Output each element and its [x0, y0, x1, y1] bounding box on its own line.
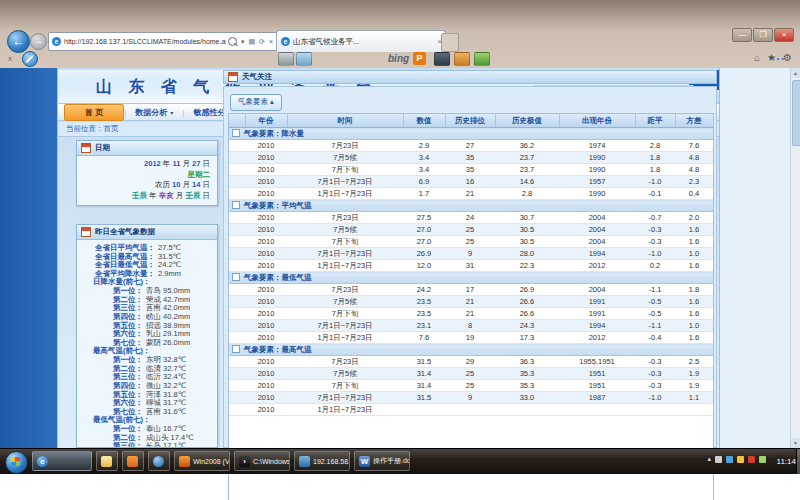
stop-icon[interactable]: ×: [269, 38, 273, 45]
taskbar-button-folder[interactable]: [96, 451, 118, 471]
table-cell: 36.2: [495, 140, 559, 152]
table-cell: 2012: [559, 260, 635, 272]
blocked-icon[interactable]: [22, 51, 38, 67]
page-scrollbar[interactable]: ▲ ▼: [790, 68, 800, 448]
column-header[interactable]: 方差: [675, 114, 713, 128]
show-desktop-button[interactable]: [796, 449, 800, 474]
date-box-title: 日期: [95, 143, 110, 153]
checkbox-icon[interactable]: [232, 345, 240, 353]
mahjong-tile-icon[interactable]: [278, 52, 294, 66]
table-row[interactable]: 20107月23日2.92736.219742.87.6: [229, 140, 713, 152]
column-header[interactable]: 年份: [245, 114, 287, 128]
table-row[interactable]: 20107月23日31.52936.31955,1951-0.32.5: [229, 356, 713, 368]
taskbar-button-label: 192.168.58.99...: [313, 458, 350, 465]
bing-search-icon[interactable]: P: [413, 52, 426, 65]
table-row[interactable]: 20107月23日24.21726.92004-1.11.8: [229, 284, 713, 296]
column-header[interactable]: 出现年份: [559, 114, 635, 128]
table-cell: 1951: [559, 380, 635, 392]
scroll-up-icon[interactable]: ▲: [791, 68, 800, 78]
refresh-icon[interactable]: ⟳: [259, 38, 265, 46]
table-row[interactable]: 20107月5候3.43523.719901.84.8: [229, 152, 713, 164]
column-header[interactable]: 历史排位: [445, 114, 495, 128]
column-header[interactable]: 数值: [403, 114, 445, 128]
rank-value[interactable]: 莒南 31.6℃: [146, 408, 186, 417]
column-header[interactable]: 距平: [635, 114, 675, 128]
table-row[interactable]: 20107月1日~7月23日23.1824.31994-1.11.0: [229, 320, 713, 332]
table-cell: 7月下旬: [287, 308, 403, 320]
table-cell: 31.5: [403, 356, 445, 368]
taskbar-button-cmd[interactable]: ›C:\Windows\s...: [234, 451, 290, 471]
weather-table-wrap: 年份时间数值历史排位历史极值出现年份距平方差气象要素：降水量20107月23日2…: [228, 113, 714, 500]
address-bar[interactable]: e http://192.168.137.1/SLCCLIMATE/module…: [48, 32, 278, 51]
date-line: 2012 年 11 月 27 日: [80, 159, 210, 170]
dropdown-arrow-icon[interactable]: ▾: [241, 38, 245, 46]
toolbar-close-icon[interactable]: x: [8, 54, 12, 63]
column-header[interactable]: 时间: [287, 114, 403, 128]
tray-icon[interactable]: [726, 456, 733, 463]
taskbar-button-rdp[interactable]: 192.168.58.99...: [294, 451, 350, 471]
table-row[interactable]: 20107月1日~7月23日26.9928.01994-1.01.0: [229, 248, 713, 260]
taskbar-clock[interactable]: 11:14: [777, 457, 796, 466]
bing-logo[interactable]: bing: [388, 53, 409, 64]
scroll-down-icon[interactable]: ▼: [791, 438, 800, 448]
element-filter-button[interactable]: 气象要素 ▴: [230, 94, 282, 111]
table-row[interactable]: 20107月下旬23.52126.61991-0.51.6: [229, 308, 713, 320]
taskbar-button-label: 操作手册.docx ...: [373, 456, 410, 466]
table-row[interactable]: 20107月下旬27.02530.52004-0.31.6: [229, 236, 713, 248]
table-cell: 2004: [559, 284, 635, 296]
table-cell: 7月23日: [287, 140, 403, 152]
table-row[interactable]: 20107月5候31.42535.31951-0.31.9: [229, 368, 713, 380]
browser-tab[interactable]: e 山东省气候业务平... ×: [276, 30, 446, 52]
table-row[interactable]: 20107月5候23.52126.61991-0.51.6: [229, 296, 713, 308]
folder-icon: [101, 456, 112, 467]
table-row[interactable]: 20107月1日~7月23日6.91614.61957-1.02.3: [229, 176, 713, 188]
tray-icon[interactable]: [715, 456, 722, 463]
table-cell: -1.0: [635, 392, 675, 404]
taskbar-button-word[interactable]: W操作手册.docx ...: [354, 451, 410, 471]
checkbox-icon[interactable]: [232, 129, 240, 137]
mail-icon[interactable]: [296, 52, 312, 66]
tray-icon[interactable]: [737, 456, 744, 463]
table-row[interactable]: 20101月1日~7月23日12.03122.320120.21.6: [229, 260, 713, 272]
compatibility-icon[interactable]: ▤: [248, 38, 255, 46]
scrollbar-thumb[interactable]: [792, 80, 800, 146]
taskbar-button-player[interactable]: [148, 451, 170, 471]
browser-nav-row: ← → e http://192.168.137.1/SLCCLIMATE/mo…: [0, 30, 800, 52]
table-row[interactable]: 20107月5候27.02530.52004-0.31.6: [229, 224, 713, 236]
camera-icon[interactable]: [434, 52, 450, 66]
search-icon[interactable]: [228, 37, 237, 46]
url-text[interactable]: http://192.168.137.1/SLCCLIMATE/modules/…: [64, 38, 226, 45]
table-section-row[interactable]: 气象要素：最低气温: [229, 272, 713, 284]
forward-button[interactable]: →: [30, 33, 47, 50]
table-section-row[interactable]: 气象要素：平均气温: [229, 200, 713, 212]
column-header[interactable]: 历史极值: [495, 114, 559, 128]
table-row[interactable]: 20107月23日27.52430.72004-0.72.0: [229, 212, 713, 224]
taskbar-button-media[interactable]: [122, 451, 144, 471]
start-button[interactable]: [5, 451, 28, 474]
taskbar-button-vm[interactable]: Win2008 (VS2...: [174, 451, 230, 471]
rank-value[interactable]: 蒙阴 26.0mm: [146, 339, 190, 348]
people-icon[interactable]: [474, 52, 490, 66]
table-cell: 35.3: [495, 368, 559, 380]
table-row[interactable]: 20107月下旬3.43523.719901.84.8: [229, 164, 713, 176]
table-section-row[interactable]: 气象要素：降水量: [229, 128, 713, 140]
more-options-icon[interactable]: •••: [772, 54, 786, 63]
taskbar-button-ie[interactable]: e: [32, 451, 92, 471]
tray-icon[interactable]: [748, 456, 755, 463]
paw-icon[interactable]: [454, 52, 470, 66]
table-cell: 1.0: [675, 320, 713, 332]
nav-item-1[interactable]: 首 页: [64, 104, 124, 121]
table-section-row[interactable]: 气象要素：最高气温: [229, 344, 713, 356]
nav-item-2[interactable]: 数据分析▾: [126, 105, 182, 120]
tray-icon[interactable]: [759, 456, 766, 463]
table-row[interactable]: 20101月1日~7月23日: [229, 404, 713, 416]
table-row[interactable]: 20101月1日~7月23日7.61917.32012-0.41.6: [229, 332, 713, 344]
tray-expand-icon[interactable]: ▴: [707, 455, 711, 463]
table-cell: 36.3: [495, 356, 559, 368]
table-row[interactable]: 20101月1日~7月23日1.7212.81990-0.10.4: [229, 188, 713, 200]
table-cell: 2010: [245, 320, 287, 332]
table-row[interactable]: 20107月1日~7月23日31.5933.01987-1.01.1: [229, 392, 713, 404]
table-row[interactable]: 20107月下旬31.42535.31951-0.31.9: [229, 380, 713, 392]
checkbox-icon[interactable]: [232, 201, 240, 209]
checkbox-icon[interactable]: [232, 273, 240, 281]
